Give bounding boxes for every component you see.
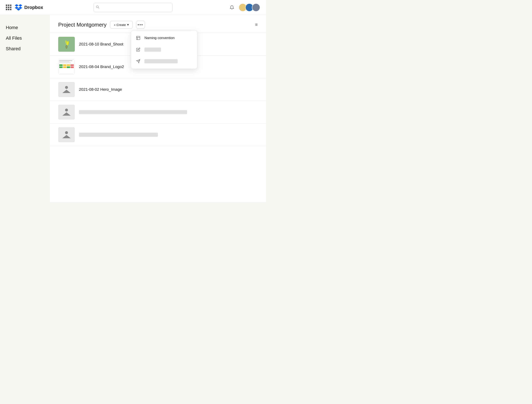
person-icon [65, 131, 68, 134]
share-placeholder [144, 59, 178, 63]
file-name-placeholder [79, 133, 158, 137]
send-icon [135, 58, 141, 64]
dropbox-logo-icon [15, 4, 22, 11]
project-title: Project Montgomery [58, 22, 107, 28]
file-row[interactable] [50, 101, 266, 124]
chevron-down-icon: ▾ [127, 23, 129, 27]
dropdown-item-share[interactable] [131, 56, 197, 67]
file-thumbnail [58, 105, 75, 120]
dropdown-item-naming-convention[interactable]: Naming convention [131, 32, 197, 44]
notifications-button[interactable] [228, 3, 236, 12]
file-thumbnail [58, 59, 75, 74]
sidebar: Home All Files Shared [0, 15, 50, 202]
search-icon [96, 5, 99, 10]
more-options-button[interactable]: ••• [136, 21, 145, 29]
sidebar-item-home[interactable]: Home [6, 23, 44, 32]
create-button-label: + Create [114, 23, 126, 27]
topnav-left: Dropbox [6, 4, 43, 11]
rename-placeholder [144, 48, 161, 52]
sidebar-item-all-files[interactable]: All Files [6, 34, 44, 43]
search-input[interactable] [93, 3, 173, 12]
mountain-icon [62, 90, 71, 93]
image-thumb [58, 127, 75, 142]
file-row[interactable] [50, 124, 266, 146]
photo-thumb [58, 37, 75, 52]
create-button[interactable]: + Create ▾ [110, 21, 133, 28]
image-thumb [58, 105, 75, 120]
svg-point-7 [66, 45, 67, 49]
topnav-right [228, 3, 260, 12]
avatar [252, 3, 260, 12]
mountain-icon [62, 112, 71, 116]
logo[interactable]: Dropbox [15, 4, 43, 11]
svg-rect-2 [136, 36, 140, 40]
main-layout: Home All Files Shared Project Montgomery… [0, 15, 266, 202]
image-thumb [58, 82, 75, 97]
svg-line-1 [98, 7, 99, 8]
file-name: 2021-08-10 Brand_Shoot [79, 42, 123, 46]
file-name: 2021-08-04 Brand_Logo2 [79, 64, 124, 69]
person-icon [65, 109, 68, 112]
apps-grid-icon[interactable] [6, 5, 11, 10]
file-thumbnail [58, 82, 75, 97]
file-thumbnail [58, 37, 75, 52]
naming-convention-label: Naming convention [144, 36, 175, 40]
top-navigation: Dropbox [0, 0, 266, 15]
avatar-group [239, 3, 260, 12]
sidebar-item-shared[interactable]: Shared [6, 44, 44, 53]
file-thumbnail [58, 127, 75, 142]
layout-toggle-button[interactable]: ≡ [255, 22, 258, 27]
mountain-icon [62, 135, 71, 138]
template-icon [135, 35, 141, 41]
file-row[interactable]: 2021-08-02 Hero_Image [50, 78, 266, 101]
logo-text: Dropbox [24, 5, 43, 10]
dropdown-item-rename[interactable] [131, 44, 197, 56]
main-content: Project Montgomery + Create ▾ ••• ≡ Nami… [50, 15, 266, 202]
dropdown-menu: Naming convention [131, 30, 197, 69]
pencil-icon [135, 47, 141, 52]
person-icon [65, 86, 68, 89]
sidebar-nav: Home All Files Shared [6, 23, 44, 53]
file-name: 2021-08-02 Hero_Image [79, 87, 122, 92]
file-name-placeholder [79, 110, 187, 114]
doc-thumb [58, 59, 75, 74]
search-container [93, 3, 173, 12]
